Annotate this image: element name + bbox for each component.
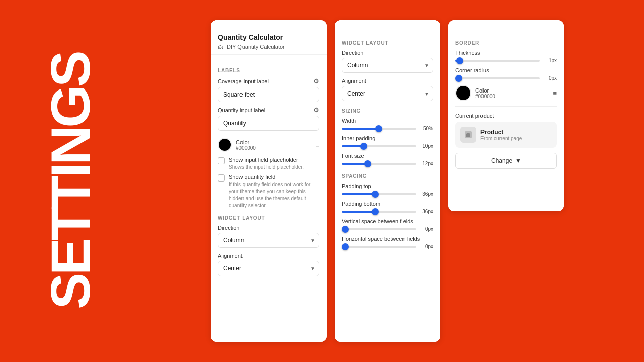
app-icon: 🗂 [218,43,224,50]
wave-bottom-panel1 [211,332,327,342]
padding-bottom-thumb[interactable] [372,208,379,215]
border-color-stack-icon[interactable]: ≡ [553,89,557,97]
font-size-label: Font size [342,153,433,159]
vertical-space-track[interactable] [342,228,416,230]
thickness-slider-row: Thickness 1px [455,50,557,63]
inner-padding-track[interactable] [342,145,416,147]
corner-radius-track[interactable] [455,77,540,79]
border-heading: BORDER [455,40,557,46]
show-placeholder-content: Show input field placeholder Shows the i… [229,157,304,171]
padding-top-track[interactable] [342,193,416,195]
quantity-label-row: Quantity input label ⚙ [218,106,319,114]
color-stack-icon[interactable]: ≡ [315,141,319,149]
panel3-content: BORDER Thickness 1px Corner radius [448,27,564,211]
change-button[interactable]: Change ▼ [455,153,557,169]
color-swatch-group[interactable]: Color #000000 [218,138,256,152]
padding-top-thumb[interactable] [372,191,379,198]
quantity-input[interactable] [218,116,319,131]
horizontal-space-track[interactable] [342,246,416,248]
panel1-content: LABELS Coverage input label ⚙ Quantity i… [211,55,327,342]
corner-radius-label: Corner radius [455,67,557,73]
change-button-label: Change [491,157,512,164]
coverage-settings-icon[interactable]: ⚙ [313,77,319,85]
padding-bottom-fill [342,211,375,213]
show-placeholder-title: Show input field placeholder [229,157,304,163]
product-thumbnail [460,127,476,143]
font-size-thumb[interactable] [364,160,371,167]
wave-top-panel3 [448,20,564,30]
corner-radius-value: 0px [543,75,557,81]
coverage-field-label: Coverage input label [218,78,269,84]
padding-bottom-track[interactable] [342,211,416,213]
p2-alignment-select-wrapper: Center Left Right ▼ [342,86,433,101]
padding-bottom-slider-container: 36px [342,209,433,214]
show-quantity-content: Show quantity field If this quantity fie… [229,174,319,209]
width-thumb[interactable] [375,125,382,132]
padding-top-value: 36px [419,191,433,197]
change-button-arrow: ▼ [515,157,521,164]
quantity-settings-icon[interactable]: ⚙ [313,106,319,114]
p2-direction-label: Direction [342,50,433,56]
product-from: From current page [480,136,522,141]
vertical-space-value: 0px [419,226,433,232]
width-track[interactable] [342,128,416,130]
panel1-subtitle: 🗂 DIY Quantity Calculator [218,43,319,50]
p2-direction-select[interactable]: Column Row [342,58,433,73]
show-quantity-row: Show quantity field If this quantity fie… [218,174,319,209]
divider [455,106,557,107]
main-area: Quantity Calculator 🗂 DIY Quantity Calcu… [141,0,644,362]
coverage-input[interactable] [218,87,319,102]
show-quantity-checkbox[interactable] [218,174,225,182]
horizontal-space-thumb[interactable] [342,243,349,250]
direction-select[interactable]: Column Row [218,233,319,248]
quantity-field-label: Quantity input label [218,107,265,113]
thickness-track[interactable] [455,60,540,62]
padding-bottom-value: 36px [419,209,433,214]
corner-radius-thumb[interactable] [455,75,462,82]
horizontal-space-slider-container: 0px [342,244,433,249]
p2-alignment-select[interactable]: Center Left Right [342,86,433,101]
show-placeholder-checkbox[interactable] [218,157,225,164]
font-size-track[interactable] [342,163,416,165]
show-quantity-desc: If this quantity field does not work for… [229,181,319,209]
width-slider-row: Width 50% [342,118,433,131]
padding-top-fill [342,193,375,195]
show-quantity-title: Show quantity field [229,174,319,180]
product-card: Product From current page [455,122,557,148]
alignment-select[interactable]: Center Left Right [218,261,319,276]
font-size-value: 12px [419,161,433,166]
left-background: SETTINGS [0,0,141,362]
vertical-space-slider-container: 0px [342,226,433,232]
alignment-select-wrapper: Center Left Right ▼ [218,261,319,276]
inner-padding-label: Inner padding [342,135,433,141]
p2-widget-layout-heading: WIDGET LAYOUT [342,40,433,46]
border-color-swatch-group[interactable]: Color #000000 [455,85,495,101]
font-size-slider-row: Font size 12px [342,153,433,166]
padding-top-slider-container: 36px [342,191,433,197]
labels-section-heading: LABELS [218,68,319,73]
direction-select-wrapper: Column Row ▼ [218,233,319,248]
alignment-label: Alignment [218,253,319,259]
widget-layout-heading: WIDGET LAYOUT [218,215,319,221]
border-color-swatch[interactable] [455,85,471,101]
vertical-space-label: Vertical space between fields [342,218,433,224]
inner-padding-thumb[interactable] [360,143,367,150]
horizontal-space-slider-row: Horizontal space between fields 0px [342,236,433,249]
thickness-thumb[interactable] [456,57,463,64]
p2-direction-select-wrapper: Column Row ▼ [342,58,433,73]
horizontal-space-value: 0px [419,244,433,249]
thickness-value: 1px [543,58,557,63]
product-name: Product [480,129,522,136]
inner-padding-slider-container: 10px [342,143,433,149]
corner-radius-slider-row: Corner radius 0px [455,67,557,81]
vertical-space-thumb[interactable] [342,226,349,233]
color-value: #000000 [236,145,256,151]
wave-top-panel1 [211,20,327,30]
width-value: 50% [419,126,433,131]
wave-top-panel2 [335,20,440,30]
panel-widget-layout: WIDGET LAYOUT Direction Column Row ▼ Ali… [335,20,440,342]
padding-bottom-slider-row: Padding bottom 36px [342,201,433,214]
color-swatch[interactable] [218,138,232,152]
thickness-slider-container: 1px [455,58,557,63]
thickness-label: Thickness [455,50,557,56]
